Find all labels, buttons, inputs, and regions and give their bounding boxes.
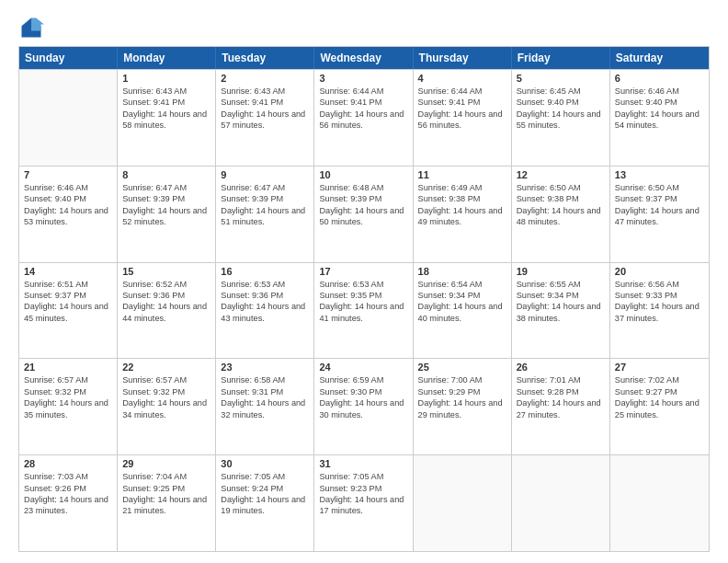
- cell-info-line: Sunset: 9:41 PM: [418, 97, 506, 108]
- cal-cell: 12Sunrise: 6:50 AMSunset: 9:38 PMDayligh…: [512, 167, 610, 262]
- cell-info-line: Sunset: 9:39 PM: [221, 193, 309, 204]
- cal-cell: 24Sunrise: 6:59 AMSunset: 9:30 PMDayligh…: [314, 359, 413, 454]
- cell-info-line: Sunset: 9:24 PM: [221, 483, 309, 494]
- cell-info-line: Sunset: 9:41 PM: [122, 97, 210, 108]
- cell-info-line: Daylight: 14 hours and 19 minutes.: [221, 494, 309, 517]
- day-number: 29: [122, 458, 210, 469]
- cell-info-line: Daylight: 14 hours and 38 minutes.: [517, 301, 605, 324]
- cal-cell: 30Sunrise: 7:05 AMSunset: 9:24 PMDayligh…: [216, 455, 314, 551]
- cell-info-line: Sunset: 9:41 PM: [319, 97, 407, 108]
- cell-info-line: Sunrise: 7:02 AM: [615, 374, 704, 385]
- cell-info-line: Sunset: 9:32 PM: [122, 386, 210, 397]
- cal-cell: 10Sunrise: 6:48 AMSunset: 9:39 PMDayligh…: [314, 167, 413, 262]
- day-header-tuesday: Tuesday: [216, 47, 314, 69]
- cal-cell: 17Sunrise: 6:53 AMSunset: 9:35 PMDayligh…: [314, 263, 413, 359]
- day-number: 4: [418, 73, 506, 84]
- day-number: 20: [615, 266, 704, 277]
- day-number: 14: [24, 266, 112, 277]
- day-header-wednesday: Wednesday: [314, 47, 413, 69]
- cell-info-line: Sunset: 9:37 PM: [24, 290, 112, 301]
- day-header-monday: Monday: [118, 47, 216, 69]
- cell-info-line: Sunset: 9:37 PM: [615, 193, 704, 204]
- cal-cell: 14Sunrise: 6:51 AMSunset: 9:37 PMDayligh…: [19, 263, 118, 359]
- cell-info-line: Sunset: 9:38 PM: [517, 193, 605, 204]
- day-number: 11: [418, 169, 506, 180]
- cell-info-line: Sunrise: 6:56 AM: [615, 279, 704, 290]
- week-row-1: 7Sunrise: 6:46 AMSunset: 9:40 PMDaylight…: [19, 166, 709, 262]
- cell-info-line: Daylight: 14 hours and 57 minutes.: [221, 109, 309, 132]
- cell-info-line: Daylight: 14 hours and 45 minutes.: [24, 301, 112, 324]
- day-number: 22: [122, 362, 210, 373]
- cell-info-line: Sunrise: 6:53 AM: [221, 279, 309, 290]
- week-row-3: 21Sunrise: 6:57 AMSunset: 9:32 PMDayligh…: [19, 358, 709, 454]
- day-number: 3: [319, 73, 407, 84]
- cell-info-line: Daylight: 14 hours and 27 minutes.: [517, 397, 605, 420]
- cal-cell: 26Sunrise: 7:01 AMSunset: 9:28 PMDayligh…: [512, 359, 610, 454]
- cal-cell: [610, 455, 709, 551]
- cell-info-line: Sunrise: 6:47 AM: [122, 182, 210, 193]
- cell-info-line: Daylight: 14 hours and 41 minutes.: [319, 301, 407, 324]
- cell-info-line: Sunset: 9:28 PM: [517, 386, 605, 397]
- cell-info-line: Sunset: 9:34 PM: [418, 290, 506, 301]
- cell-info-line: Sunrise: 6:52 AM: [122, 279, 210, 290]
- cell-info-line: Sunset: 9:31 PM: [221, 386, 309, 397]
- cal-cell: [414, 455, 512, 551]
- cal-cell: 19Sunrise: 6:55 AMSunset: 9:34 PMDayligh…: [512, 263, 610, 359]
- header: [18, 15, 710, 40]
- day-number: 19: [517, 266, 605, 277]
- cell-info-line: Sunset: 9:39 PM: [319, 193, 407, 204]
- cell-info-line: Sunset: 9:30 PM: [319, 386, 407, 397]
- cell-info-line: Sunrise: 6:44 AM: [418, 86, 506, 97]
- cell-info-line: Sunrise: 6:53 AM: [319, 279, 407, 290]
- cal-cell: 6Sunrise: 6:46 AMSunset: 9:40 PMDaylight…: [610, 70, 709, 166]
- cell-info-line: Sunset: 9:33 PM: [615, 290, 704, 301]
- cell-info-line: Sunrise: 6:43 AM: [122, 86, 210, 97]
- cell-info-line: Daylight: 14 hours and 50 minutes.: [319, 205, 407, 228]
- day-number: 23: [221, 362, 309, 373]
- cell-info-line: Daylight: 14 hours and 43 minutes.: [221, 301, 309, 324]
- cal-cell: [512, 455, 610, 551]
- cell-info-line: Sunrise: 6:54 AM: [418, 279, 506, 290]
- page: SundayMondayTuesdayWednesdayThursdayFrid…: [0, 0, 728, 563]
- cell-info-line: Daylight: 14 hours and 56 minutes.: [319, 109, 407, 132]
- calendar-body: 1Sunrise: 6:43 AMSunset: 9:41 PMDaylight…: [19, 69, 709, 551]
- day-header-friday: Friday: [512, 47, 610, 69]
- cell-info-line: Sunset: 9:25 PM: [122, 483, 210, 494]
- logo: [18, 15, 48, 40]
- week-row-2: 14Sunrise: 6:51 AMSunset: 9:37 PMDayligh…: [19, 262, 709, 359]
- day-header-thursday: Thursday: [414, 47, 512, 69]
- cell-info-line: Sunrise: 6:46 AM: [615, 86, 704, 97]
- cell-info-line: Sunset: 9:26 PM: [24, 483, 112, 494]
- cell-info-line: Daylight: 14 hours and 17 minutes.: [319, 494, 407, 517]
- cell-info-line: Sunset: 9:36 PM: [122, 290, 210, 301]
- day-number: 24: [319, 362, 407, 373]
- day-number: 27: [615, 362, 704, 373]
- cell-info-line: Sunrise: 7:05 AM: [221, 471, 309, 482]
- cell-info-line: Daylight: 14 hours and 54 minutes.: [615, 109, 704, 132]
- cell-info-line: Sunrise: 6:43 AM: [221, 86, 309, 97]
- cell-info-line: Sunset: 9:27 PM: [615, 386, 704, 397]
- cal-cell: 27Sunrise: 7:02 AMSunset: 9:27 PMDayligh…: [610, 359, 709, 454]
- cal-cell: [19, 70, 118, 166]
- cell-info-line: Sunrise: 6:55 AM: [517, 279, 605, 290]
- cal-cell: 13Sunrise: 6:50 AMSunset: 9:37 PMDayligh…: [610, 167, 709, 262]
- cell-info-line: Sunset: 9:32 PM: [24, 386, 112, 397]
- day-number: 2: [221, 73, 309, 84]
- cal-cell: 29Sunrise: 7:04 AMSunset: 9:25 PMDayligh…: [118, 455, 216, 551]
- cell-info-line: Sunset: 9:34 PM: [517, 290, 605, 301]
- cal-cell: 1Sunrise: 6:43 AMSunset: 9:41 PMDaylight…: [118, 70, 216, 166]
- cal-cell: 22Sunrise: 6:57 AMSunset: 9:32 PMDayligh…: [118, 359, 216, 454]
- cal-cell: 3Sunrise: 6:44 AMSunset: 9:41 PMDaylight…: [314, 70, 413, 166]
- cell-info-line: Daylight: 14 hours and 23 minutes.: [24, 494, 112, 517]
- day-header-sunday: Sunday: [19, 47, 118, 69]
- day-number: 25: [418, 362, 506, 373]
- cell-info-line: Sunrise: 6:45 AM: [517, 86, 605, 97]
- cell-info-line: Sunrise: 6:58 AM: [221, 374, 309, 385]
- day-number: 12: [517, 169, 605, 180]
- cell-info-line: Daylight: 14 hours and 48 minutes.: [517, 205, 605, 228]
- cal-cell: 11Sunrise: 6:49 AMSunset: 9:38 PMDayligh…: [414, 167, 512, 262]
- day-number: 16: [221, 266, 309, 277]
- cell-info-line: Sunset: 9:23 PM: [319, 483, 407, 494]
- cell-info-line: Sunrise: 6:46 AM: [24, 182, 112, 193]
- cell-info-line: Sunrise: 6:57 AM: [122, 374, 210, 385]
